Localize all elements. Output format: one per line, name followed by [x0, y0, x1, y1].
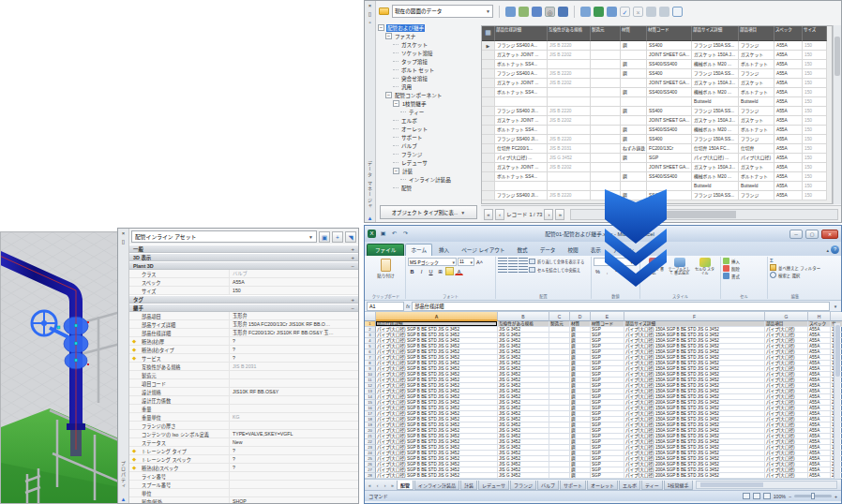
- property-value[interactable]: ?: [229, 455, 358, 463]
- grid-cell[interactable]: [591, 41, 621, 51]
- row-selector[interactable]: [482, 126, 495, 135]
- grid-cell[interactable]: [591, 51, 621, 60]
- sheet-tab[interactable]: サポート: [560, 481, 586, 490]
- redo-icon[interactable]: ↷: [401, 230, 410, 238]
- grid-column-header[interactable]: 部品仕様詳細: [495, 26, 548, 41]
- grid-cell[interactable]: A55A: [774, 51, 803, 60]
- grid-cell[interactable]: [591, 69, 621, 79]
- sheet-tab[interactable]: エルボ: [619, 481, 640, 490]
- tree-item[interactable]: バルブ: [376, 141, 479, 150]
- column-header[interactable]: C: [549, 312, 570, 321]
- align-center-icon[interactable]: [508, 266, 518, 274]
- grid-cell[interactable]: ボルトナット SS4...: [495, 126, 548, 135]
- grid-cell[interactable]: ボルトナット: [739, 88, 774, 97]
- grid-cell[interactable]: A55A: [808, 473, 831, 479]
- grid-cell[interactable]: フランジ SS400 JI...: [495, 135, 548, 144]
- align-bottom-icon[interactable]: [519, 258, 528, 265]
- property-value[interactable]: 玉形弁: [229, 312, 358, 319]
- grid-cell[interactable]: ガスケット 150A J...: [692, 79, 739, 88]
- grid-cell[interactable]: [621, 116, 647, 126]
- grid-cell[interactable]: A55A: [774, 79, 803, 88]
- grid-cell[interactable]: [591, 97, 621, 107]
- import-excel-icon[interactable]: [607, 7, 617, 17]
- column-header[interactable]: A: [376, 312, 498, 321]
- row-selector[interactable]: [482, 191, 495, 200]
- grid-cell[interactable]: JIS B 2202: [548, 79, 591, 88]
- table-row[interactable]: ガスケット JOINT ...JIS B 2202JOINT SHEET GA.…: [482, 116, 832, 126]
- grid-cell[interactable]: [591, 60, 621, 69]
- section-expand-icon[interactable]: −: [351, 263, 354, 269]
- tree-item[interactable]: −配管および継手: [376, 23, 479, 32]
- grid-cell[interactable]: フランジ SS400 A...: [495, 41, 548, 51]
- tree-expand-icon[interactable]: −: [393, 100, 399, 107]
- property-value[interactable]: 150: [229, 287, 358, 294]
- excel-titlebar[interactable]: X ▣ ↶ ↷ 配管01-配管および継手.xlsx - Microsoft Ex…: [365, 226, 841, 242]
- formula-input[interactable]: 部品仕様詳細: [412, 302, 830, 311]
- grid-cell[interactable]: 150: [803, 41, 827, 51]
- fill-color-button[interactable]: [445, 267, 454, 275]
- save-icon[interactable]: ▣: [379, 230, 387, 238]
- property-value[interactable]: New: [229, 438, 358, 446]
- italic-button[interactable]: I: [417, 267, 426, 275]
- grid-cell[interactable]: 機械ボルト M20 ...: [692, 60, 739, 69]
- grid-column-header[interactable]: サイズ: [803, 26, 827, 41]
- grid-cell[interactable]: A55A: [774, 182, 803, 191]
- ribbon-tab[interactable]: ファイル: [367, 244, 404, 256]
- next-sheet-icon[interactable]: ›: [382, 482, 388, 488]
- grid-cell[interactable]: JIS B 2220: [548, 69, 591, 79]
- ribbon-tab[interactable]: 校閲: [562, 244, 583, 256]
- property-value[interactable]: JIS10K RF BB.OS&Y: [229, 388, 358, 395]
- grid-cell[interactable]: パイプ(大口径) ...: [692, 154, 739, 163]
- grid-cell[interactable]: 鋼: [621, 154, 647, 163]
- grid-cell[interactable]: A55A: [774, 69, 803, 79]
- row-selector[interactable]: [482, 51, 495, 60]
- row-selector[interactable]: ▶: [482, 41, 495, 51]
- grid-cell[interactable]: フランジ 150A SS...: [692, 191, 739, 200]
- grid-cell[interactable]: Buttweld: [739, 97, 774, 107]
- grid-cell[interactable]: JIS B 2031: [548, 144, 591, 154]
- table-row[interactable]: ガスケット JOINT ...JIS B 2202JOINT SHEET GA.…: [482, 51, 832, 60]
- grid-cell[interactable]: ガスケット 150A J...: [692, 163, 739, 172]
- grid-column-header[interactable]: 材質コード: [647, 26, 692, 41]
- data-source-select[interactable]: 現在の図面のデータ ▼: [392, 5, 493, 18]
- grid-cell[interactable]: ボルトナット: [739, 172, 774, 182]
- table-row[interactable]: フランジ SS400 A...JIS B 2220鋼SS400フランジ 150A…: [482, 69, 832, 79]
- zoom-slider[interactable]: [794, 495, 832, 497]
- minimize-ribbon-icon[interactable]: ▴: [826, 247, 829, 253]
- grid-cell[interactable]: フランジ SS400 JI...: [495, 191, 548, 200]
- grid-cell[interactable]: A55A: [774, 97, 803, 107]
- tree-item[interactable]: 配管: [376, 184, 479, 192]
- property-value[interactable]: [229, 405, 358, 412]
- row-selector[interactable]: [482, 172, 495, 182]
- property-value[interactable]: TYPE=VALVE,SKEY=VGFL: [229, 430, 358, 437]
- grid-cell[interactable]: ガスケット 150A J...: [692, 116, 739, 126]
- insert-row-icon[interactable]: [646, 7, 656, 17]
- ribbon-tab[interactable]: ホーム: [405, 244, 432, 256]
- grid-cell[interactable]: [495, 182, 548, 191]
- grid-cell[interactable]: A55A: [774, 163, 803, 172]
- column-header[interactable]: [831, 312, 842, 321]
- row-selector[interactable]: [482, 182, 495, 191]
- tree-item[interactable]: −1枝管継手: [376, 99, 479, 108]
- sheet-tab[interactable]: レデューサ: [478, 481, 509, 490]
- grid-cell[interactable]: 150: [803, 116, 827, 126]
- grid-cell[interactable]: JIS B 2202: [548, 163, 591, 172]
- sheet-tab[interactable]: 1枝管継手: [664, 481, 693, 490]
- object-type-select[interactable]: 配管インライン アセット ▼: [131, 230, 317, 243]
- attach-icon[interactable]: [558, 7, 568, 17]
- grid-cell[interactable]: 150: [803, 107, 827, 116]
- section-expand-icon[interactable]: +: [351, 297, 354, 303]
- minimize-button[interactable]: ─: [789, 230, 803, 239]
- tree-expand-icon[interactable]: −: [385, 33, 392, 39]
- grid-column-header[interactable]: 互換性がある規格: [548, 26, 591, 41]
- grid-cell[interactable]: 150: [803, 51, 827, 60]
- reject-edit-icon[interactable]: ×: [633, 7, 643, 17]
- grid-cell[interactable]: ボルトナット SS4...: [495, 172, 548, 182]
- grid-cell[interactable]: ガスケット: [739, 51, 774, 60]
- row-header[interactable]: 28: [365, 473, 376, 479]
- ribbon-tab[interactable]: 数式: [511, 244, 533, 256]
- insert-function-icon[interactable]: fx: [406, 304, 410, 309]
- tree-item[interactable]: ソケット溶接: [376, 49, 479, 57]
- print-icon[interactable]: [580, 7, 591, 17]
- column-header[interactable]: D: [570, 312, 591, 321]
